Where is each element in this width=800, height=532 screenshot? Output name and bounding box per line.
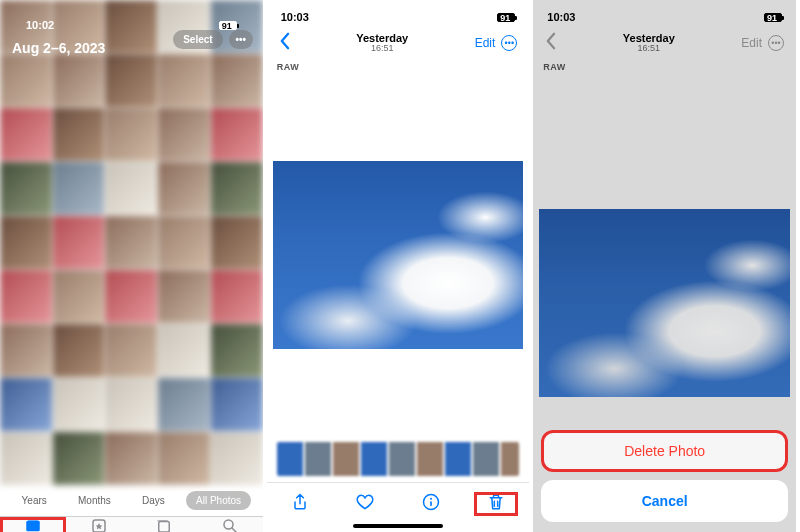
delete-button[interactable] (474, 492, 518, 516)
raw-badge: RAW (267, 60, 530, 74)
cancel-button[interactable]: Cancel (541, 480, 788, 522)
info-button[interactable] (409, 492, 453, 516)
home-indicator[interactable] (353, 524, 443, 528)
bottom-tab-bar: Library For You Albums Search (0, 516, 263, 532)
info-icon (421, 498, 441, 515)
svg-point-8 (430, 497, 432, 499)
seg-days[interactable]: Days (132, 491, 175, 510)
status-icons: 91 (756, 11, 782, 23)
share-icon (290, 498, 310, 515)
status-time: 10:03 (281, 11, 309, 23)
thumbnail-scrubber[interactable] (277, 442, 520, 476)
library-icon (24, 517, 42, 532)
tab-foryou[interactable]: For You (66, 517, 132, 532)
cancel-label: Cancel (642, 493, 688, 509)
status-bar: 10:03 91 (533, 0, 796, 26)
svg-rect-3 (159, 522, 170, 533)
delete-photo-label: Delete Photo (624, 443, 705, 459)
chevron-left-icon (279, 34, 290, 54)
title-secondary: 16:51 (356, 44, 408, 54)
photo-content (273, 161, 524, 349)
svg-rect-9 (430, 501, 432, 506)
ellipsis-icon: ••• (235, 34, 246, 45)
status-bar: 10:02 91 (12, 8, 251, 34)
status-bar: 10:03 91 (267, 0, 530, 26)
share-button[interactable] (278, 492, 322, 516)
ellipsis-icon: ••• (505, 38, 514, 48)
status-time: 10:03 (547, 11, 575, 23)
status-icons: 91 (211, 19, 237, 31)
more-options-button[interactable]: ••• (501, 35, 517, 51)
library-header: 10:02 91 Aug 2–6, 2023 Select ••• (0, 0, 263, 68)
delete-photo-button[interactable]: Delete Photo (541, 430, 788, 472)
edit-button[interactable]: Edit (475, 36, 496, 50)
seg-years[interactable]: Years (12, 491, 57, 510)
foryou-icon (90, 517, 108, 532)
svg-point-5 (224, 520, 233, 529)
screen-library: 10:02 91 Aug 2–6, 2023 Select ••• (0, 0, 267, 532)
tab-search[interactable]: Search (197, 517, 263, 532)
seg-allphotos[interactable]: All Photos (186, 491, 251, 510)
tab-library[interactable]: Library (0, 517, 66, 532)
battery-icon: 91 (764, 13, 782, 22)
action-sheet: Delete Photo Cancel (533, 0, 796, 532)
back-button[interactable] (279, 32, 290, 55)
status-icons: 91 (489, 11, 515, 23)
edit-area: Edit ••• (475, 35, 518, 51)
detail-toolbar (267, 482, 530, 524)
view-segmented-control: Years Months Days All Photos (0, 485, 263, 516)
battery-icon: 91 (219, 21, 237, 30)
tab-albums[interactable]: Albums (131, 517, 197, 532)
status-time: 10:02 (26, 19, 54, 31)
albums-icon (155, 517, 173, 532)
search-icon (221, 517, 239, 532)
svg-rect-0 (26, 521, 40, 532)
detail-title: Yesterday 16:51 (356, 32, 408, 54)
seg-months[interactable]: Months (68, 491, 121, 510)
detail-header: Yesterday 16:51 Edit ••• (267, 26, 530, 60)
photo-viewport[interactable] (267, 74, 530, 436)
heart-icon (355, 498, 375, 515)
favorite-button[interactable] (343, 492, 387, 516)
screen-photo-detail: 10:03 91 Yesterday 16:51 Edit ••• (267, 0, 534, 532)
svg-line-6 (232, 528, 236, 532)
photo-grid[interactable] (0, 0, 263, 485)
trash-icon (486, 498, 506, 515)
svg-rect-4 (157, 520, 168, 522)
svg-rect-1 (28, 519, 39, 521)
battery-icon: 91 (497, 13, 515, 22)
screen-delete-confirm: 10:03 91 Yesterday 16:51 Edit ••• (533, 0, 800, 532)
